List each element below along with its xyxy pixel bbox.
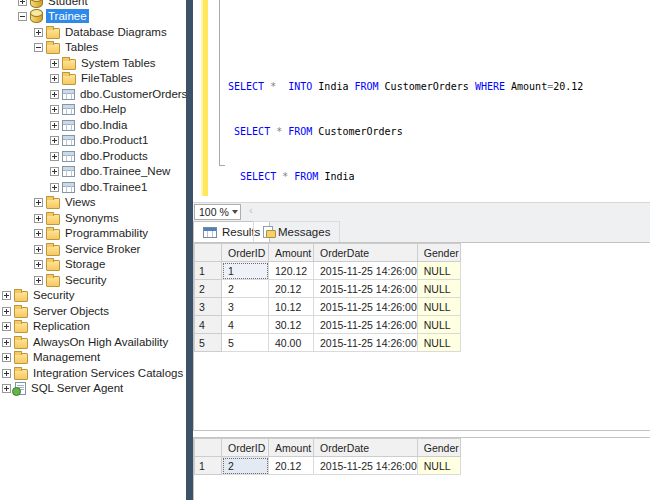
tree-item-storage[interactable]: Storage bbox=[34, 256, 107, 272]
expand-plus-icon[interactable] bbox=[34, 260, 43, 269]
tree-item-dbo-india[interactable]: dbo.India bbox=[50, 117, 129, 133]
grid-cell[interactable]: 2015-11-25 14:26:00 bbox=[314, 262, 418, 280]
expand-plus-icon[interactable] bbox=[2, 338, 11, 347]
expand-plus-icon[interactable] bbox=[34, 229, 43, 238]
expand-plus-icon[interactable] bbox=[50, 74, 59, 83]
panel-divider[interactable] bbox=[186, 0, 193, 500]
grid-cell[interactable]: 20.12 bbox=[269, 280, 314, 298]
column-header-orderdate[interactable]: OrderDate bbox=[314, 244, 418, 262]
table-icon bbox=[62, 182, 75, 193]
expand-plus-icon[interactable] bbox=[50, 90, 59, 99]
tree-item-replication[interactable]: Replication bbox=[2, 318, 92, 334]
grid-cell[interactable]: 2015-11-25 14:26:00 bbox=[314, 334, 418, 352]
tree-item-synonyms[interactable]: Synonyms bbox=[34, 210, 121, 226]
expand-plus-icon[interactable] bbox=[2, 384, 11, 393]
expand-plus-icon[interactable] bbox=[2, 307, 11, 316]
tree-item-system-tables[interactable]: System Tables bbox=[50, 55, 158, 71]
row-number[interactable]: 5 bbox=[195, 334, 222, 352]
database-icon bbox=[30, 9, 43, 23]
expand-plus-icon[interactable] bbox=[2, 322, 11, 331]
expand-plus-icon[interactable] bbox=[2, 369, 11, 378]
tree-item-integration-services[interactable]: Integration Services Catalogs bbox=[2, 365, 185, 381]
grid-cell-null[interactable]: NULL bbox=[417, 298, 460, 316]
tree-item-dbo-product1[interactable]: dbo.Product1 bbox=[50, 132, 150, 148]
expand-plus-icon[interactable] bbox=[50, 167, 59, 176]
grid-cell[interactable]: 3 bbox=[222, 298, 269, 316]
grid-corner[interactable] bbox=[195, 244, 222, 262]
sql-code[interactable]: SELECT * INTO India FROM CustomerOrders … bbox=[228, 49, 583, 214]
tree-item-dbo-trainee1[interactable]: dbo.Trainee1 bbox=[50, 179, 149, 195]
tree-item-dbo-products[interactable]: dbo.Products bbox=[50, 148, 150, 164]
grid-cell-null[interactable]: NULL bbox=[417, 334, 460, 352]
expand-plus-icon[interactable] bbox=[50, 152, 59, 161]
expand-plus-icon[interactable] bbox=[50, 59, 59, 68]
grid-cell[interactable]: 10.12 bbox=[269, 298, 314, 316]
expand-plus-icon[interactable] bbox=[34, 245, 43, 254]
expand-plus-icon[interactable] bbox=[2, 291, 11, 300]
row-number[interactable]: 1 bbox=[195, 457, 222, 475]
column-header-gender[interactable]: Gender bbox=[417, 439, 460, 457]
chevron-down-icon[interactable] bbox=[229, 205, 240, 219]
tree-item-security-server[interactable]: Security bbox=[2, 287, 77, 303]
column-header-orderid[interactable]: OrderID bbox=[222, 244, 269, 262]
grid-cell-null[interactable]: NULL bbox=[417, 457, 460, 475]
grid-corner[interactable] bbox=[195, 439, 222, 457]
grid-cell[interactable]: 5 bbox=[222, 334, 269, 352]
expand-plus-icon[interactable] bbox=[50, 136, 59, 145]
tree-item-database-diagrams[interactable]: Database Diagrams bbox=[34, 24, 169, 40]
tree-item-security-db[interactable]: Security bbox=[34, 272, 109, 288]
column-header-orderid[interactable]: OrderID bbox=[222, 439, 269, 457]
grid-cell[interactable]: 2015-11-25 14:26:00 bbox=[314, 457, 418, 475]
tree-item-tables[interactable]: Tables bbox=[34, 39, 100, 55]
grid-cell[interactable]: 2015-11-25 14:26:00 bbox=[314, 316, 418, 334]
hscroll-left-arrow-icon[interactable]: ‹ bbox=[249, 204, 253, 216]
expand-plus-icon[interactable] bbox=[2, 353, 11, 362]
grid-cell-null[interactable]: NULL bbox=[417, 280, 460, 298]
tree-item-alwayson[interactable]: AlwaysOn High Availability bbox=[2, 334, 170, 350]
tree-item-dbo-help[interactable]: dbo.Help bbox=[50, 101, 128, 117]
tab-messages[interactable]: Messages bbox=[253, 221, 340, 242]
grid-cell[interactable]: 2 bbox=[222, 280, 269, 298]
column-header-amount[interactable]: Amount bbox=[269, 244, 314, 262]
expand-plus-icon[interactable] bbox=[50, 183, 59, 192]
tree-item-dbo-trainee-new[interactable]: dbo.Trainee_New bbox=[50, 163, 172, 179]
tree-item-trainee[interactable]: Trainee bbox=[18, 8, 89, 24]
grid-cell[interactable]: 40.00 bbox=[269, 334, 314, 352]
grid-cell-selected[interactable]: 1 bbox=[222, 262, 269, 280]
tree-item-sql-server-agent[interactable]: SQL Server Agent bbox=[2, 380, 125, 396]
expand-plus-icon[interactable] bbox=[50, 121, 59, 130]
editor-zoom-dropdown[interactable]: 100 % bbox=[194, 204, 241, 220]
grid-cell-null[interactable]: NULL bbox=[417, 316, 460, 334]
expand-plus-icon[interactable] bbox=[18, 0, 27, 6]
tree-item-server-objects[interactable]: Server Objects bbox=[2, 303, 111, 319]
row-number[interactable]: 1 bbox=[195, 262, 222, 280]
tree-item-views[interactable]: Views bbox=[34, 194, 97, 210]
expand-plus-icon[interactable] bbox=[34, 214, 43, 223]
expand-plus-icon[interactable] bbox=[34, 198, 43, 207]
grid-cell[interactable]: 30.12 bbox=[269, 316, 314, 334]
grid-cell[interactable]: 2015-11-25 14:26:00 bbox=[314, 298, 418, 316]
collapse-minus-icon[interactable] bbox=[18, 12, 27, 21]
grid-cell[interactable]: 120.12 bbox=[269, 262, 314, 280]
column-header-gender[interactable]: Gender bbox=[417, 244, 460, 262]
collapse-minus-icon[interactable] bbox=[34, 43, 43, 52]
tree-item-management[interactable]: Management bbox=[2, 349, 102, 365]
tree-item-programmability[interactable]: Programmability bbox=[34, 225, 150, 241]
row-number[interactable]: 2 bbox=[195, 280, 222, 298]
grid-cell[interactable]: 2015-11-25 14:26:00 bbox=[314, 280, 418, 298]
tree-item-filetables[interactable]: FileTables bbox=[50, 70, 135, 86]
expand-plus-icon[interactable] bbox=[34, 276, 43, 285]
grid-cell[interactable]: 4 bbox=[222, 316, 269, 334]
tree-item-dbo-customerorders[interactable]: dbo.CustomerOrders bbox=[50, 86, 186, 102]
expand-plus-icon[interactable] bbox=[34, 28, 43, 37]
row-number[interactable]: 3 bbox=[195, 298, 222, 316]
grid-cell-null[interactable]: NULL bbox=[417, 262, 460, 280]
expand-plus-icon[interactable] bbox=[50, 105, 59, 114]
sql-editor[interactable]: SELECT * INTO India FROM CustomerOrders … bbox=[193, 0, 650, 202]
column-header-orderdate[interactable]: OrderDate bbox=[314, 439, 418, 457]
tree-item-service-broker[interactable]: Service Broker bbox=[34, 241, 142, 257]
column-header-amount[interactable]: Amount bbox=[269, 439, 314, 457]
row-number[interactable]: 4 bbox=[195, 316, 222, 334]
grid-cell-selected[interactable]: 2 bbox=[222, 457, 269, 475]
grid-cell[interactable]: 20.12 bbox=[269, 457, 314, 475]
